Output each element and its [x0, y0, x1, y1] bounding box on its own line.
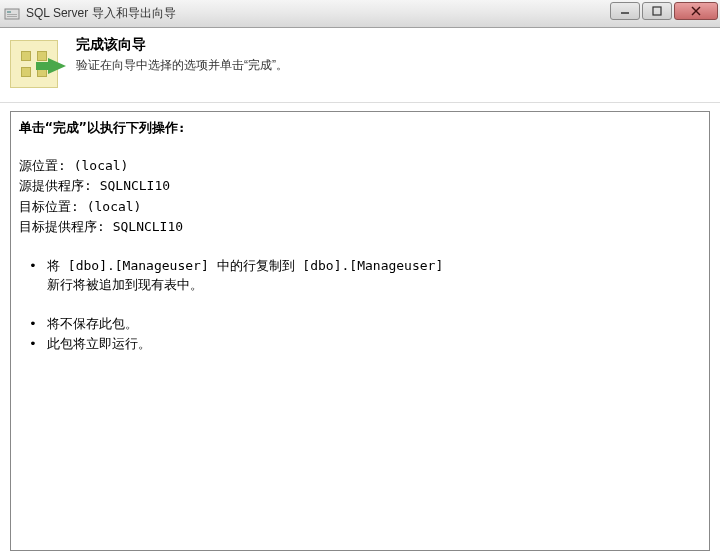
action-run-now-text: 此包将立即运行。	[47, 336, 151, 351]
dest-provider-label: 目标提供程序:	[19, 219, 105, 234]
wizard-title: 完成该向导	[76, 36, 288, 54]
source-provider-line: 源提供程序: SQLNCLI10	[19, 176, 701, 196]
action-copy-subtext: 新行将被追加到现有表中。	[47, 275, 701, 295]
dest-provider-value: SQLNCLI10	[113, 219, 183, 234]
window-controls	[608, 2, 718, 20]
wizard-export-icon	[10, 36, 66, 92]
actions-list: 将 [dbo].[Manageuser] 中的行复制到 [dbo].[Manag…	[19, 256, 701, 295]
minimize-button[interactable]	[610, 2, 640, 20]
dest-provider-line: 目标提供程序: SQLNCLI10	[19, 217, 701, 237]
svg-rect-1	[7, 11, 11, 13]
action-copy-rows: 将 [dbo].[Manageuser] 中的行复制到 [dbo].[Manag…	[23, 256, 701, 295]
actions-list-2: 将不保存此包。 此包将立即运行。	[19, 314, 701, 354]
dest-location-label: 目标位置:	[19, 199, 79, 214]
dest-location-line: 目标位置: (local)	[19, 197, 701, 217]
action-copy-text: 将 [dbo].[Manageuser] 中的行复制到 [dbo].[Manag…	[47, 258, 443, 273]
source-provider-value: SQLNCLI10	[100, 178, 170, 193]
maximize-button[interactable]	[642, 2, 672, 20]
wizard-subtitle: 验证在向导中选择的选项并单击“完成”。	[76, 57, 288, 74]
action-no-save-text: 将不保存此包。	[47, 316, 138, 331]
source-provider-label: 源提供程序:	[19, 178, 92, 193]
svg-rect-3	[7, 16, 17, 17]
source-location-line: 源位置: (local)	[19, 156, 701, 176]
wizard-header-text: 完成该向导 验证在向导中选择的选项并单击“完成”。	[76, 36, 288, 74]
wizard-header: 完成该向导 验证在向导中选择的选项并单击“完成”。	[0, 28, 720, 103]
content-area: 单击“完成”以执行下列操作: 源位置: (local) 源提供程序: SQLNC…	[0, 103, 720, 552]
action-run-now: 此包将立即运行。	[23, 334, 701, 354]
summary-panel: 单击“完成”以执行下列操作: 源位置: (local) 源提供程序: SQLNC…	[10, 111, 710, 551]
action-no-save: 将不保存此包。	[23, 314, 701, 334]
app-icon	[4, 6, 20, 22]
dest-location-value: (local)	[87, 199, 142, 214]
source-location-value: (local)	[74, 158, 129, 173]
titlebar: SQL Server 导入和导出向导	[0, 0, 720, 28]
svg-rect-2	[7, 14, 17, 15]
source-location-label: 源位置:	[19, 158, 66, 173]
summary-heading: 单击“完成”以执行下列操作:	[19, 118, 701, 138]
close-button[interactable]	[674, 2, 718, 20]
svg-rect-5	[653, 7, 661, 15]
